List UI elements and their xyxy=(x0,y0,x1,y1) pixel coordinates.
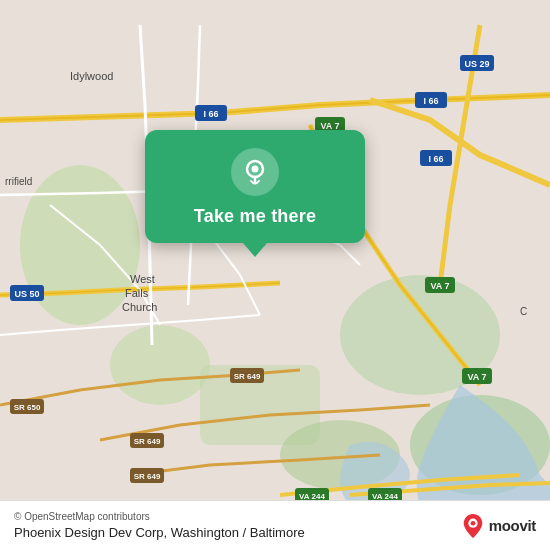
svg-text:SR 649: SR 649 xyxy=(234,372,261,381)
moovit-logo: moovit xyxy=(462,513,536,539)
svg-text:VA 7: VA 7 xyxy=(467,372,486,382)
svg-point-42 xyxy=(252,166,259,173)
svg-text:US 50: US 50 xyxy=(14,289,39,299)
svg-text:Church: Church xyxy=(122,301,157,313)
svg-text:C: C xyxy=(520,306,527,317)
map-container: I 66 I 66 I 66 US 29 US 50 VA 7 VA 7 VA … xyxy=(0,0,550,550)
svg-text:I 66: I 66 xyxy=(428,154,443,164)
svg-text:I 66: I 66 xyxy=(203,109,218,119)
location-label: Phoenix Design Dev Corp, Washington / Ba… xyxy=(14,525,305,540)
svg-text:rrifield: rrifield xyxy=(5,176,32,187)
svg-point-2 xyxy=(110,325,210,405)
svg-text:VA 7: VA 7 xyxy=(430,281,449,291)
osm-attribution: © OpenStreetMap contributors xyxy=(14,511,305,522)
moovit-pin-icon xyxy=(462,513,484,539)
moovit-brand-text: moovit xyxy=(489,517,536,534)
take-me-there-button[interactable]: Take me there xyxy=(194,206,316,227)
svg-text:SR 649: SR 649 xyxy=(134,437,161,446)
svg-point-44 xyxy=(470,520,475,525)
pin-icon xyxy=(231,148,279,196)
location-info: © OpenStreetMap contributors Phoenix Des… xyxy=(14,511,305,540)
map-background: I 66 I 66 I 66 US 29 US 50 VA 7 VA 7 VA … xyxy=(0,0,550,550)
svg-text:West: West xyxy=(130,273,155,285)
svg-text:SR 650: SR 650 xyxy=(14,403,41,412)
svg-text:I 66: I 66 xyxy=(423,96,438,106)
svg-text:US 29: US 29 xyxy=(464,59,489,69)
bottom-bar: © OpenStreetMap contributors Phoenix Des… xyxy=(0,500,550,550)
svg-text:SR 649: SR 649 xyxy=(134,472,161,481)
navigation-popup[interactable]: Take me there xyxy=(145,130,365,243)
svg-text:Idylwood: Idylwood xyxy=(70,70,113,82)
svg-text:Falls: Falls xyxy=(125,287,149,299)
